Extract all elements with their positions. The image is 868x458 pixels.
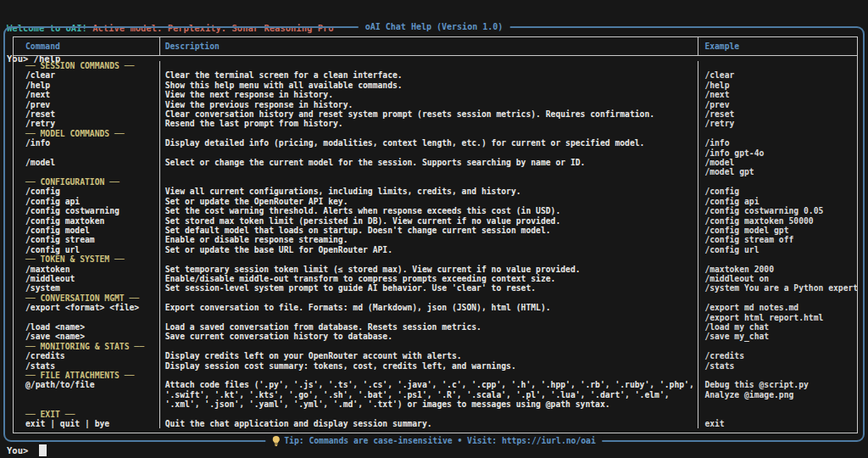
table-row: /clearClear the terminal screen for a cl… [14, 70, 857, 80]
description-cell: Clear the terminal screen for a clean in… [159, 70, 698, 80]
description-cell: View all current configurations, includi… [159, 187, 698, 196]
example-cell: exit [698, 419, 857, 428]
table-row: ── CONFIGURATION ── [14, 177, 857, 187]
example-cell: Debug this @script.py [698, 380, 857, 389]
description-cell [159, 313, 698, 322]
example-cell: /model gpt [698, 167, 857, 176]
example-cell: /export md notes.md [698, 303, 857, 312]
table-row: /middleoutEnable/disable middle-out tran… [14, 274, 857, 283]
command-cell [14, 148, 159, 158]
command-cell: /clear [14, 70, 159, 80]
table-row: /config streamEnable or disable response… [14, 235, 857, 244]
table-row: /config modelSet default model that load… [14, 226, 857, 235]
lightbulb-icon [272, 436, 280, 446]
command-cell: /info [14, 138, 159, 148]
command-cell: /reset [14, 109, 159, 119]
description-cell [159, 342, 698, 351]
terminal-cursor[interactable] [39, 444, 47, 456]
description-cell: Enable or disable response streaming. [159, 235, 698, 244]
column-header-example: Example [698, 37, 857, 55]
description-cell: Set or update the OpenRouter API key. [159, 197, 698, 206]
example-cell [698, 129, 857, 138]
section-header-cell: ── CONFIGURATION ── [14, 177, 159, 187]
description-cell: Export conversation to file. Formats: md… [159, 303, 698, 312]
tip-text: Tip: Commands are case-insensitive • Vis… [284, 435, 595, 447]
example-cell: /model [698, 158, 857, 167]
example-cell: /credits [698, 351, 857, 360]
description-cell [159, 254, 698, 264]
section-header-cell: ── CONVERSATION MGMT ── [14, 293, 159, 303]
description-cell: Select or change the current model for t… [159, 158, 698, 167]
table-header-row: Command Description Example [14, 37, 857, 56]
description-cell: Set session-level system prompt to guide… [159, 283, 698, 293]
table-row: ── CONVERSATION MGMT ── [14, 293, 857, 303]
table-row: /statsDisplay session cost summary: toke… [14, 361, 857, 371]
section-header-cell: ── MONITORING & STATS ── [14, 342, 159, 351]
command-cell: /config costwarning [14, 206, 159, 215]
command-cell: /maxtoken [14, 265, 159, 274]
command-cell: @/path/to/file [14, 380, 159, 389]
description-cell: Enable/disable middle-out transform to c… [159, 274, 698, 283]
table-row: /info gpt-4o [14, 148, 857, 158]
table-row: '.swift', '.kt', '.kts', '.go', '.sh', '… [14, 390, 857, 399]
example-cell: /prev [698, 100, 857, 109]
section-header-cell: ── EXIT ── [14, 410, 159, 419]
description-cell: Quit the chat application and display se… [159, 419, 698, 428]
description-cell: Set default model that loads on startup.… [159, 226, 698, 235]
command-cell [14, 399, 159, 409]
command-cell: /config url [14, 245, 159, 254]
command-cell: /system [14, 283, 159, 293]
command-cell: /config model [14, 226, 159, 235]
table-row: /config maxtokenSet stored max token lim… [14, 216, 857, 226]
table-row: /nextView the next response in history./… [14, 90, 857, 99]
command-cell: /config [14, 187, 159, 196]
description-cell [159, 371, 698, 380]
description-cell: Load a saved conversation from database.… [159, 322, 698, 332]
table-row: /systemSet session-level system prompt t… [14, 283, 857, 293]
description-cell: Resend the last prompt from history. [159, 119, 698, 128]
table-row: /save <name>Save current conversation hi… [14, 332, 857, 341]
command-cell: /load <name> [14, 322, 159, 332]
example-cell [698, 371, 857, 380]
command-cell: /retry [14, 119, 159, 128]
example-cell: /info [698, 138, 857, 148]
description-cell: Set or update the base URL for OpenRoute… [159, 245, 698, 254]
table-row: ── MODEL COMMANDS ── [14, 129, 857, 138]
help-table: Command Description Example ── SESSION C… [13, 36, 858, 433]
example-cell: /config model gpt [698, 226, 857, 235]
description-cell: Set the cost warning threshold. Alerts w… [159, 206, 698, 215]
table-row: ── TOKEN & SYSTEM ── [14, 254, 857, 264]
example-cell [698, 61, 857, 70]
table-row: ── FILE ATTACHMENTS ── [14, 371, 857, 380]
command-cell: /export <format> <file> [14, 303, 159, 312]
description-cell: '.swift', '.kt', '.kts', '.go', '.sh', '… [159, 390, 698, 399]
description-cell: Set temporary session token limit (≤ sto… [159, 265, 698, 274]
example-cell: /retry [698, 119, 857, 128]
example-cell [698, 342, 857, 351]
column-header-description: Description [159, 37, 698, 55]
table-row: /export <format> <file>Export conversati… [14, 303, 857, 312]
table-body: ── SESSION COMMANDS ──/clearClear the te… [14, 56, 857, 428]
example-cell: /reset [698, 109, 857, 119]
example-cell: /config api [698, 197, 857, 206]
description-cell [159, 129, 698, 138]
table-row: /export html report.html [14, 313, 857, 322]
example-cell: Analyze @image.png [698, 390, 857, 399]
table-row: /modelSelect or change the current model… [14, 158, 857, 167]
table-row: /infoDisplay detailed info (pricing, mod… [14, 138, 857, 148]
command-cell: /save <name> [14, 332, 159, 341]
command-cell: /config api [14, 197, 159, 206]
help-panel: oAI Chat Help (Version 1.0) Command Desc… [3, 26, 865, 442]
table-row: /creditsDisplay credits left on your Ope… [14, 351, 857, 360]
table-row: exit | quit | byeQuit the chat applicati… [14, 419, 857, 428]
example-cell: /middleout on [698, 274, 857, 283]
description-cell: Set stored max token limit (persisted in… [159, 216, 698, 226]
table-row: ── SESSION COMMANDS ── [14, 61, 857, 70]
prompt-line[interactable]: You> [7, 444, 47, 456]
table-row: /configView all current configurations, … [14, 187, 857, 196]
example-cell: /config maxtoken 50000 [698, 216, 857, 226]
command-cell: /stats [14, 361, 159, 371]
command-cell: /model [14, 158, 159, 167]
table-row: /config apiSet or update the OpenRouter … [14, 197, 857, 206]
description-cell [159, 177, 698, 187]
